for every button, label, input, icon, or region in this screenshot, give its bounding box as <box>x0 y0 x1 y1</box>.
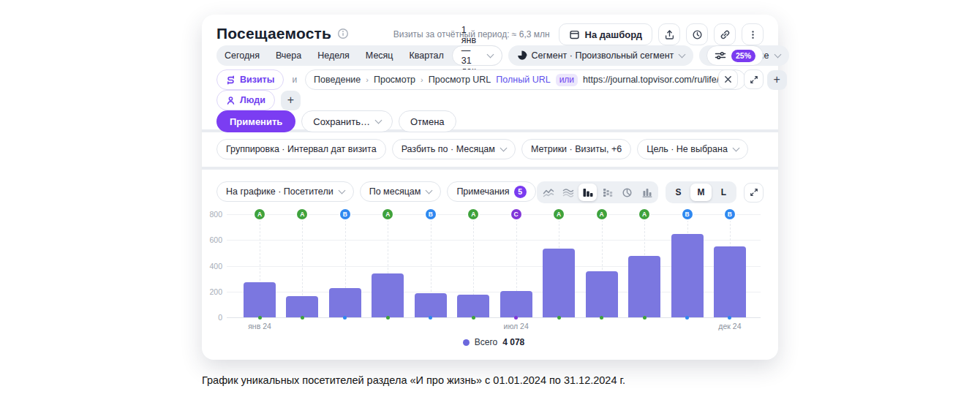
chevron-down-icon <box>679 50 686 58</box>
bar-ноя 24[interactable] <box>671 234 704 317</box>
gridline-0 <box>227 317 761 318</box>
share-button[interactable] <box>658 23 680 45</box>
figure-caption: График уникальных посетителей раздела «И… <box>202 374 625 386</box>
sampling-settings-button[interactable]: 25% <box>706 45 764 66</box>
baseline-dot <box>386 316 390 320</box>
save-button[interactable]: Сохранить… <box>301 110 393 132</box>
y-tick-label: 600 <box>203 235 222 244</box>
annotation-marker-B[interactable]: B <box>340 209 350 219</box>
metric-people-chip[interactable]: Люди <box>216 90 275 110</box>
info-icon[interactable] <box>337 28 349 39</box>
bar-апр 24[interactable] <box>372 273 404 317</box>
on-chart-selector[interactable]: На графике · Посетители <box>216 181 354 202</box>
baseline-dot <box>557 316 561 320</box>
annotation-marker-C[interactable]: C <box>511 209 521 219</box>
expand-chart-button[interactable] <box>744 183 764 203</box>
header-filters-section: Посещаемость Визиты за отчётный период: … <box>202 15 778 129</box>
annotation-marker-B[interactable]: B <box>725 209 735 219</box>
history-button[interactable] <box>686 23 708 45</box>
histogram-type-button[interactable] <box>638 184 656 201</box>
bar-авг 24[interactable] <box>543 249 575 317</box>
tab-yesterday[interactable]: Вчера <box>268 50 309 61</box>
chart-type-group <box>537 181 658 203</box>
y-tick-label: 800 <box>203 210 222 219</box>
annotation-marker-A[interactable]: A <box>382 209 393 219</box>
bar-chart-plot: AABABACAAABB <box>227 214 761 317</box>
url-filter-condition[interactable]: Поведение › Просмотр › Просмотр URL Полн… <box>305 69 746 90</box>
baseline-dot <box>600 316 603 320</box>
y-tick-label: 200 <box>203 287 222 296</box>
operator-pill[interactable]: или <box>556 74 578 86</box>
annotation-marker-A[interactable]: A <box>255 209 265 219</box>
dashboard-icon <box>569 29 580 40</box>
chart-legend[interactable]: Всего 4 078 <box>227 337 761 347</box>
bar-chart-type-button[interactable] <box>578 184 597 201</box>
cancel-button[interactable]: Отмена <box>399 110 456 132</box>
to-dashboard-button[interactable]: На дашборд <box>559 23 652 45</box>
split-by-selector[interactable]: Разбить по · Месяцам <box>392 139 516 159</box>
x-tick-label: июл 24 <box>494 322 538 330</box>
stacked-area-type-button[interactable] <box>559 184 577 201</box>
page-title: Посещаемость <box>216 25 331 42</box>
goal-selector[interactable]: Цель · Не выбрана <box>637 139 748 159</box>
metric-visits-chip[interactable]: Визиты <box>216 69 284 90</box>
segment-selector[interactable]: Сегмент · Произвольный сегмент <box>508 45 694 66</box>
metrics-selector[interactable]: Метрики · Визиты, +6 <box>521 139 631 159</box>
chevron-down-icon <box>732 144 739 151</box>
expand-icon <box>750 188 758 197</box>
tab-today[interactable]: Сегодня <box>216 50 268 61</box>
annotation-marker-A[interactable]: A <box>639 209 649 219</box>
pie-chart-type-button[interactable] <box>618 184 636 201</box>
notes-button[interactable]: Примечания 5 <box>447 181 535 202</box>
bar-окт 24[interactable] <box>628 256 660 317</box>
tab-week[interactable]: Неделя <box>309 50 358 61</box>
by-period-selector[interactable]: По месяцам <box>360 181 442 202</box>
annotation-marker-B[interactable]: B <box>426 209 436 219</box>
chart-section: На графике · Посетители По месяцам Приме… <box>202 170 778 360</box>
chevron-down-icon <box>486 50 494 58</box>
baseline-dot <box>685 316 689 320</box>
bar-июл 24[interactable] <box>500 291 532 317</box>
more-actions-button[interactable] <box>742 23 764 45</box>
tab-quarter[interactable]: Квартал <box>402 50 452 61</box>
size-s-button[interactable]: S <box>668 184 689 201</box>
share-icon <box>664 29 675 40</box>
legend-series-value: 4 078 <box>502 337 524 347</box>
clear-filters-button[interactable] <box>718 69 738 89</box>
expand-icon <box>750 75 758 84</box>
apply-button[interactable]: Применить <box>216 110 295 132</box>
date-range-selector[interactable]: 1 янв — 31 дек 2024 <box>452 45 502 66</box>
x-tick-label: янв 24 <box>238 322 282 330</box>
add-condition-button[interactable]: + <box>767 70 787 90</box>
line-chart-type-button[interactable] <box>539 184 557 201</box>
annotation-marker-B[interactable]: B <box>682 209 693 219</box>
add-people-filter-button[interactable]: + <box>281 91 301 110</box>
stacked-bar-type-button[interactable] <box>598 184 617 201</box>
metrika-traffic-panel: Посещаемость Визиты за отчётный период: … <box>202 15 778 360</box>
copy-link-button[interactable] <box>714 23 736 45</box>
annotation-marker-A[interactable]: A <box>468 209 478 219</box>
clock-icon <box>692 29 703 40</box>
annotation-marker-A[interactable]: A <box>597 209 607 219</box>
chart-size-group: S M L <box>666 181 736 203</box>
tab-month[interactable]: Месяц <box>358 50 402 61</box>
bar-июн 24[interactable] <box>457 295 489 317</box>
annotation-marker-A[interactable]: A <box>297 209 307 219</box>
breadcrumb-separator: › <box>421 75 423 84</box>
grouping-selector[interactable]: Группировка · Интервал дат визита <box>216 139 386 159</box>
bar-янв 24[interactable] <box>244 282 276 317</box>
bar-май 24[interactable] <box>415 293 447 317</box>
sliders-icon <box>715 50 726 61</box>
and-operator: и <box>290 75 299 85</box>
match-type-link[interactable]: Полный URL <box>496 75 550 85</box>
bar-дек 24[interactable] <box>714 246 746 317</box>
expand-filters-button[interactable] <box>744 69 764 89</box>
bar-мар 24[interactable] <box>329 288 361 317</box>
size-l-button[interactable]: L <box>713 184 734 201</box>
annotation-marker-A[interactable]: A <box>554 209 564 219</box>
bar-фев 24[interactable] <box>286 296 318 317</box>
size-m-button[interactable]: M <box>690 184 712 201</box>
y-tick-label: 400 <box>203 262 222 271</box>
bar-сен 24[interactable] <box>586 271 618 317</box>
link-icon <box>720 29 731 40</box>
